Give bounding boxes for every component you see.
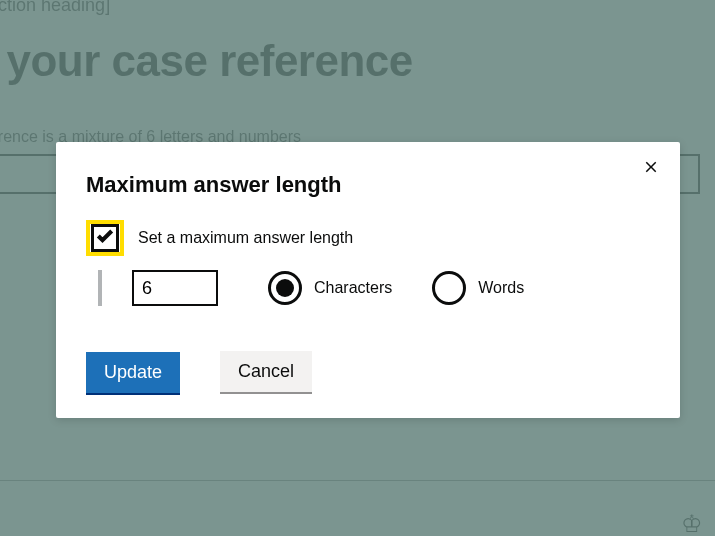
- close-icon: [642, 164, 660, 179]
- cancel-button[interactable]: Cancel: [220, 351, 312, 394]
- modal-title: Maximum answer length: [86, 172, 650, 198]
- radio-characters[interactable]: Characters: [268, 271, 392, 305]
- settings-row: Characters Words: [98, 270, 650, 306]
- checkbox-row: Set a maximum answer length: [86, 220, 650, 256]
- indent-bar: [98, 270, 102, 306]
- update-button[interactable]: Update: [86, 352, 180, 393]
- unit-radio-group: Characters Words: [268, 271, 524, 305]
- radio-characters-label: Characters: [314, 279, 392, 297]
- close-button[interactable]: [638, 154, 664, 183]
- length-input[interactable]: [132, 270, 218, 306]
- radio-words[interactable]: Words: [432, 271, 524, 305]
- checkbox-label: Set a maximum answer length: [138, 229, 353, 247]
- radio-selected-icon: [276, 279, 294, 297]
- radio-words-label: Words: [478, 279, 524, 297]
- max-length-modal: Maximum answer length Set a maximum answ…: [56, 142, 680, 418]
- max-length-checkbox[interactable]: [86, 220, 124, 256]
- button-row: Update Cancel: [86, 351, 650, 394]
- checkmark-icon: [95, 226, 115, 250]
